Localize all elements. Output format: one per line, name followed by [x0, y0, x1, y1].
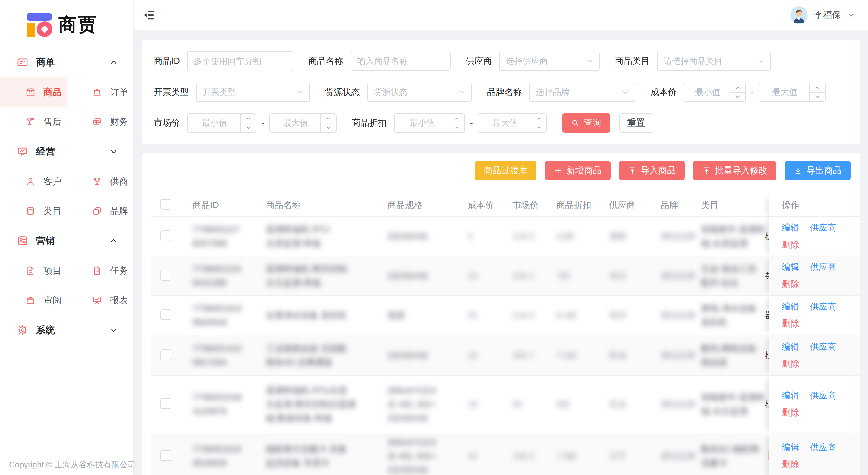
supplier-link[interactable]: 供应商	[810, 442, 836, 453]
sidebar-item-suppliers[interactable]: 供商	[67, 167, 133, 196]
sidebar-item-tasks[interactable]: 任务	[67, 256, 133, 285]
step-up-icon[interactable]	[450, 114, 464, 123]
number-stepper[interactable]	[240, 114, 256, 132]
cell-discount: 8.5折	[556, 308, 609, 322]
edit-link[interactable]: 编辑	[782, 222, 799, 234]
edit-link[interactable]: 编辑	[782, 261, 799, 273]
product-id-input[interactable]	[187, 51, 293, 71]
stock-status-select[interactable]: 货源状态	[367, 83, 472, 102]
step-up-icon[interactable]	[531, 114, 547, 123]
chevron-down-icon	[586, 57, 594, 65]
filter-supplier: 供应商 选择供应商	[466, 52, 600, 71]
delete-link[interactable]: 删除	[782, 358, 799, 370]
number-stepper[interactable]	[320, 114, 336, 132]
step-down-icon[interactable]	[450, 123, 464, 132]
edit-link[interactable]: 编辑	[782, 390, 799, 402]
step-down-icon[interactable]	[810, 92, 825, 101]
row-checkbox[interactable]	[160, 349, 171, 360]
import-product-button[interactable]: 导入商品	[619, 161, 685, 180]
sidebar-item-brands[interactable]: 品牌	[67, 196, 133, 226]
supplier-link[interactable]: 供应商	[810, 390, 836, 402]
sidebar-item-categories[interactable]: 类目	[0, 196, 67, 226]
brand-select[interactable]: 选择品牌	[529, 83, 635, 102]
cell-supplier: 天宇	[609, 449, 661, 463]
sidebar-item-reports[interactable]: 报表	[67, 285, 133, 315]
market-min-field	[187, 113, 256, 133]
batch-import-button[interactable]: 批量导入修改	[693, 161, 776, 180]
cell-product-name: 工业级路由器 无线数模块4G 全网通版	[266, 342, 388, 369]
add-product-button[interactable]: 新增商品	[545, 161, 611, 180]
step-down-icon[interactable]	[241, 123, 256, 132]
query-button[interactable]: 查询	[562, 113, 610, 133]
col-brand: 品牌	[661, 199, 701, 211]
supplier-select[interactable]: 选择供应商	[499, 52, 600, 71]
sidebar-item-orders[interactable]: 订单	[67, 77, 133, 107]
number-stepper[interactable]	[449, 114, 464, 132]
delete-link[interactable]: 删除	[782, 318, 799, 330]
row-checkbox[interactable]	[160, 309, 171, 320]
edit-link[interactable]: 编辑	[782, 301, 799, 313]
wallet-icon	[92, 117, 102, 127]
supplier-link[interactable]: 供应商	[810, 341, 836, 353]
menu-section-marketing[interactable]: 营销	[0, 226, 133, 256]
sidebar-item-projects[interactable]: 项目	[0, 256, 67, 285]
delete-link[interactable]: 删除	[782, 239, 799, 251]
sidebar-item-customers[interactable]: 客户	[0, 167, 67, 196]
cell-market: 139.1	[513, 269, 556, 283]
cell-cost: 18	[468, 397, 513, 411]
step-down-icon[interactable]	[321, 123, 336, 132]
row-actions: 编辑供应商 删除	[769, 217, 860, 256]
sidebar-item-review[interactable]: 审阅	[0, 285, 67, 315]
export-product-button[interactable]: 导出商品	[785, 161, 850, 180]
category-select-placeholder: 请选择商品类目	[664, 56, 723, 67]
number-stepper[interactable]	[730, 83, 745, 101]
step-up-icon[interactable]	[241, 114, 256, 123]
cost-min-field	[684, 83, 746, 102]
supplier-link[interactable]: 供应商	[810, 261, 836, 273]
reset-button[interactable]: 重置	[619, 113, 653, 133]
delete-link[interactable]: 删除	[782, 458, 799, 471]
filter-cost-price: 成本价 -	[650, 83, 826, 102]
cell-product-name: 遥测终端机 RTU水质文监测 网关控制仪遥测端 数据采集 终端	[266, 383, 388, 425]
transfer-store-button[interactable]: 商品过渡库	[475, 161, 536, 180]
row-checkbox[interactable]	[160, 270, 171, 281]
supplier-link[interactable]: 供应商	[810, 301, 836, 313]
step-up-icon[interactable]	[321, 114, 336, 123]
step-up-icon[interactable]	[730, 83, 745, 92]
user-menu[interactable]: 李福保	[790, 6, 855, 24]
sidebar-item-finance[interactable]: 财务	[67, 107, 133, 136]
add-product-label: 新增商品	[567, 164, 601, 177]
row-checkbox[interactable]	[160, 230, 171, 241]
edit-link[interactable]: 编辑	[782, 341, 799, 353]
row-checkbox[interactable]	[160, 398, 171, 409]
delete-link[interactable]: 删除	[782, 407, 799, 419]
number-stepper[interactable]	[531, 114, 547, 132]
step-down-icon[interactable]	[531, 123, 547, 132]
product-name-input[interactable]	[350, 52, 451, 71]
step-up-icon[interactable]	[810, 83, 825, 92]
supplier-link[interactable]: 供应商	[810, 222, 836, 234]
category-select[interactable]: 请选择商品类目	[657, 52, 771, 71]
sidebar-item-aftersale[interactable]: 售后	[0, 107, 67, 136]
menu-section-trade[interactable]: 商单	[0, 47, 133, 77]
row-checkbox[interactable]	[160, 450, 171, 461]
search-icon	[571, 119, 580, 127]
discount-min-field	[394, 113, 465, 133]
edit-link[interactable]: 编辑	[782, 442, 799, 453]
col-market: 市场价	[513, 199, 556, 211]
number-stepper[interactable]	[809, 83, 825, 101]
cell-market: 129.5	[513, 229, 556, 243]
menu-group-marketing: 项目 任务 审阅 报表	[0, 256, 133, 315]
menu-section-system[interactable]: 系统	[0, 315, 133, 345]
step-down-icon[interactable]	[730, 92, 745, 101]
menu-section-operations[interactable]: 经营	[0, 136, 133, 167]
cell-market: 365.7	[513, 348, 556, 362]
sidebar-item-products[interactable]: 商品	[0, 77, 67, 107]
col-discount: 商品折扣	[556, 199, 609, 211]
sidebar-fold-icon[interactable]	[142, 9, 155, 22]
delete-link[interactable]: 删除	[782, 278, 799, 290]
range-separator: -	[751, 87, 754, 97]
sidebar-item-label: 售后	[43, 116, 61, 128]
invoice-type-select[interactable]: 开票类型	[196, 83, 310, 102]
select-all-checkbox[interactable]	[160, 199, 171, 210]
